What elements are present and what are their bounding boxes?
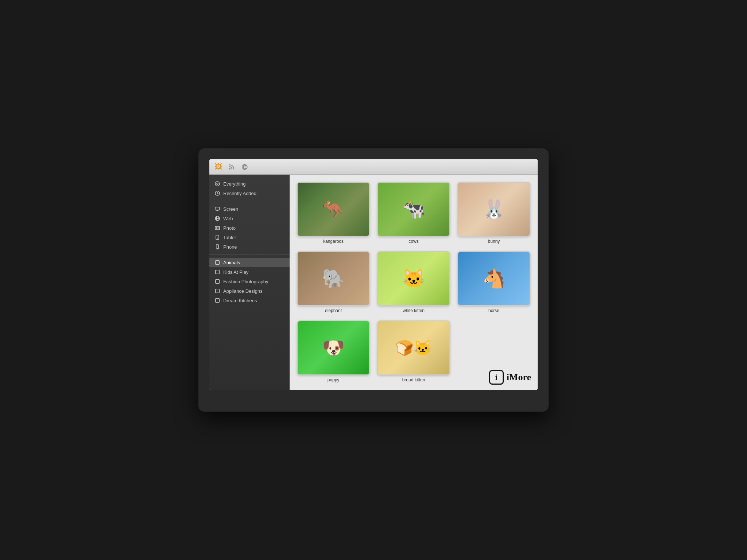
- imore-icon: i: [489, 370, 504, 385]
- sidebar-section-categories: Animals Kids At Play: [209, 258, 290, 305]
- sidebar-item-dream-kitchens[interactable]: Dream Kitchens: [209, 296, 290, 305]
- sidebar-item-everything[interactable]: Everything: [209, 179, 290, 188]
- wallpaper-item-puppy[interactable]: 🐶 puppy: [297, 320, 370, 382]
- cow-emoji: 🐄: [402, 199, 425, 220]
- sidebar-item-label: Dream Kitchens: [223, 298, 257, 303]
- svg-rect-11: [215, 207, 220, 210]
- sidebar-item-label: Photo: [223, 225, 236, 231]
- sidebar-item-web[interactable]: Web: [209, 214, 290, 223]
- sidebar: Everything Recently Added: [209, 175, 290, 390]
- wallpaper-item-white-kitten[interactable]: 🐱 white kitten: [377, 251, 450, 313]
- sidebar-item-animals[interactable]: Animals: [209, 258, 290, 267]
- sidebar-item-label: Web: [223, 216, 233, 221]
- wallpaper-label-kangaroos: kangaroos: [323, 239, 344, 244]
- wallpaper-label-bread-kitten: bread kitten: [402, 377, 425, 382]
- fashion-icon: [214, 279, 220, 284]
- svg-rect-24: [216, 270, 220, 274]
- svg-rect-26: [216, 289, 220, 293]
- wallpaper-label-cows: cows: [409, 239, 418, 244]
- screen-icon: [214, 206, 220, 212]
- rss-icon[interactable]: [228, 163, 236, 171]
- wallpaper-thumb-puppy: 🐶: [297, 320, 370, 375]
- sidebar-item-label: Kids At Play: [223, 269, 248, 275]
- wallpaper-item-bunny[interactable]: 🐰 bunny: [457, 182, 530, 244]
- puppy-emoji: 🐶: [322, 337, 345, 358]
- wallpaper-thumb-white-kitten: 🐱: [377, 251, 450, 306]
- appliance-icon: [214, 288, 220, 294]
- kangaroo-emoji: 🦘: [322, 199, 345, 220]
- toolbar: 🖼: [209, 159, 538, 175]
- elephant-emoji: 🐘: [322, 268, 345, 289]
- sidebar-item-tablet[interactable]: Tablet: [209, 233, 290, 242]
- sidebar-item-phone[interactable]: Phone: [209, 242, 290, 252]
- wallpaper-item-horse[interactable]: 🐴 horse: [457, 251, 530, 313]
- wallpaper-item-bread-kitten[interactable]: 🍞🐱 bread kitten: [377, 320, 450, 382]
- kitten-emoji: 🐱: [402, 268, 425, 289]
- globe-icon[interactable]: [241, 163, 249, 171]
- animals-icon: [214, 260, 220, 265]
- wallpaper-thumb-horse: 🐴: [457, 251, 530, 306]
- recently-added-icon: [214, 190, 220, 196]
- wallpaper-label-horse: horse: [488, 308, 499, 313]
- tablet-icon: [214, 234, 220, 240]
- svg-point-18: [216, 228, 217, 229]
- wallpaper-thumb-elephant: 🐘: [297, 251, 370, 306]
- wallpaper-label-elephant: elephant: [325, 308, 342, 313]
- wallpaper-thumb-bread-kitten: 🍞🐱: [377, 320, 450, 375]
- imore-label: iMore: [507, 372, 531, 383]
- svg-rect-23: [216, 261, 220, 265]
- sidebar-section-main: Everything Recently Added: [209, 179, 290, 198]
- wallpaper-label-white-kitten: white kitten: [403, 308, 425, 313]
- sidebar-item-screen[interactable]: Screen: [209, 204, 290, 214]
- main-content[interactable]: 🦘 kangaroos 🐄 cows 🐰 b: [290, 175, 538, 390]
- bunny-emoji: 🐰: [483, 199, 505, 220]
- sidebar-item-label: Recently Added: [223, 191, 256, 196]
- sidebar-divider-2: [209, 254, 290, 255]
- sidebar-item-fashion-photography[interactable]: Fashion Photography: [209, 277, 290, 286]
- svg-line-10: [217, 193, 218, 194]
- sidebar-item-appliance-designs[interactable]: Appliance Designs: [209, 286, 290, 296]
- wallpaper-app-icon[interactable]: 🖼: [214, 163, 222, 171]
- wallpaper-item-kangaroos[interactable]: 🦘 kangaroos: [297, 182, 370, 244]
- sidebar-section-types: Screen Web: [209, 204, 290, 252]
- photo-icon: [214, 225, 220, 231]
- sidebar-item-label: Animals: [223, 260, 240, 265]
- wallpaper-item-elephant[interactable]: 🐘 elephant: [297, 251, 370, 313]
- sidebar-item-label: Fashion Photography: [223, 279, 268, 284]
- laptop-frame: 🖼: [198, 148, 549, 412]
- wallpaper-thumb-cows: 🐄: [377, 182, 450, 237]
- svg-point-7: [217, 183, 218, 184]
- app-content: Everything Recently Added: [209, 175, 538, 390]
- everything-icon: [214, 181, 220, 187]
- wallpaper-label-bunny: bunny: [488, 239, 500, 244]
- wallpaper-grid: 🦘 kangaroos 🐄 cows 🐰 b: [297, 182, 530, 382]
- web-icon: [214, 215, 220, 221]
- imore-badge: i iMore: [489, 370, 531, 385]
- svg-rect-25: [216, 280, 220, 284]
- screen: 🖼: [209, 159, 538, 390]
- wallpaper-item-cows[interactable]: 🐄 cows: [377, 182, 450, 244]
- wallpaper-thumb-bunny: 🐰: [457, 182, 530, 237]
- svg-point-6: [215, 182, 220, 186]
- wallpaper-thumb-kangaroos: 🦘: [297, 182, 370, 237]
- sidebar-item-label: Phone: [223, 244, 237, 250]
- sidebar-item-recently-added[interactable]: Recently Added: [209, 188, 290, 198]
- sidebar-item-label: Screen: [223, 206, 238, 212]
- sidebar-item-label: Everything: [223, 181, 245, 187]
- svg-rect-27: [216, 299, 220, 303]
- sidebar-item-photo[interactable]: Photo: [209, 223, 290, 233]
- horse-emoji: 🐴: [483, 268, 505, 289]
- svg-point-0: [229, 168, 231, 170]
- kids-at-play-icon: [214, 269, 220, 275]
- sidebar-item-label: Appliance Designs: [223, 288, 263, 294]
- bread-kitten-emoji: 🍞🐱: [395, 339, 432, 357]
- wallpaper-label-puppy: puppy: [328, 377, 340, 382]
- sidebar-divider-1: [209, 201, 290, 201]
- sidebar-item-label: Tablet: [223, 235, 236, 240]
- dream-kitchens-icon: [214, 298, 220, 303]
- phone-icon: [214, 244, 220, 250]
- sidebar-item-kids-at-play[interactable]: Kids At Play: [209, 267, 290, 277]
